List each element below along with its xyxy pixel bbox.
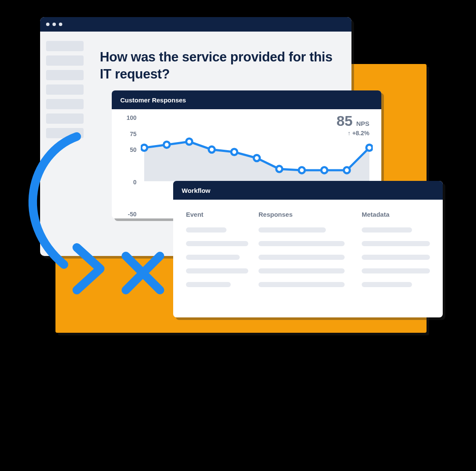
table-row xyxy=(362,268,430,273)
chart-point xyxy=(254,155,260,161)
workflow-header-metadata: Metadata xyxy=(362,211,430,218)
table-row xyxy=(362,241,430,246)
responses-card-title: Customer Responses xyxy=(112,90,381,109)
workflow-body: Event Responses Metadata xyxy=(173,200,443,307)
traffic-light-dot xyxy=(46,23,49,26)
table-row xyxy=(186,241,248,246)
sidebar-item[interactable] xyxy=(46,99,84,109)
table-row xyxy=(362,282,412,287)
chart-point xyxy=(366,145,372,151)
y-tick-label: 0 xyxy=(133,179,136,186)
y-tick-label: 50 xyxy=(130,146,136,153)
table-row xyxy=(258,255,345,260)
workflow-card-title: Workflow xyxy=(173,181,443,200)
sidebar-item[interactable] xyxy=(46,41,84,51)
chart-point xyxy=(209,146,215,152)
table-row xyxy=(258,241,345,246)
y-tick-label: -50 xyxy=(128,211,136,218)
table-row xyxy=(186,282,231,287)
workflow-col-metadata: Metadata xyxy=(362,211,430,296)
chart-point xyxy=(321,167,327,173)
chart-point xyxy=(231,149,237,155)
workflow-col-event: Event xyxy=(186,211,258,296)
y-tick-label: 100 xyxy=(127,114,136,121)
sidebar-item[interactable] xyxy=(46,128,84,138)
table-row xyxy=(362,255,430,260)
sidebar-item[interactable] xyxy=(46,113,84,124)
survey-question: How was the service provided for this IT… xyxy=(100,49,334,83)
workflow-header-event: Event xyxy=(186,211,258,218)
workflow-card: Workflow Event Responses Metadata xyxy=(173,181,443,317)
chart-point xyxy=(299,167,305,173)
y-axis: 10075500-50 xyxy=(112,118,140,214)
chart-point xyxy=(141,145,147,151)
table-row xyxy=(258,268,345,273)
chart-point xyxy=(186,139,192,145)
chart-point xyxy=(164,142,170,148)
table-row xyxy=(258,227,326,233)
traffic-light-dot xyxy=(52,23,56,26)
table-row xyxy=(186,227,226,233)
table-row xyxy=(258,282,345,287)
sidebar-item[interactable] xyxy=(46,55,84,66)
chart-point xyxy=(276,166,282,172)
chart-point xyxy=(344,167,350,173)
stage: How was the service provided for this IT… xyxy=(0,0,476,341)
traffic-light-dot xyxy=(59,23,62,26)
sidebar-item[interactable] xyxy=(46,84,84,95)
sidebar-item[interactable] xyxy=(46,70,84,80)
table-row xyxy=(186,268,248,273)
table-row xyxy=(362,227,412,233)
sidebar xyxy=(40,32,90,256)
workflow-col-responses: Responses xyxy=(258,211,345,296)
y-tick-label: 75 xyxy=(130,131,136,137)
workflow-header-responses: Responses xyxy=(258,211,345,218)
window-title-bar xyxy=(40,17,351,32)
table-row xyxy=(186,255,240,260)
